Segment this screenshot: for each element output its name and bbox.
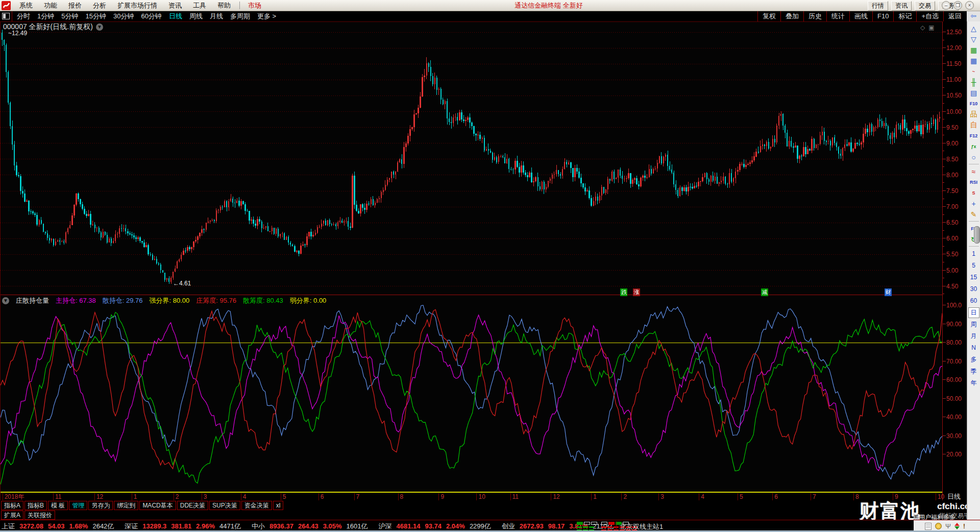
quick-period-多[interactable]: 多 — [968, 354, 979, 366]
quick-period-季[interactable]: 季 — [968, 366, 979, 377]
chart-region[interactable]: 000007 全新好(日线.前复权) ▼ ◇▣ ~12.49←4.61 跌涨减财… — [0, 21, 943, 500]
toolbar-button-历史[interactable]: 历史 — [803, 11, 826, 21]
chevron-down-icon[interactable]: ▼ — [96, 23, 103, 31]
period-item-30分钟[interactable]: 30分钟 — [110, 11, 137, 21]
period-item-15分钟[interactable]: 15分钟 — [82, 11, 109, 21]
index-quote-深证[interactable]: 深证13289.3381.812.96%4471亿 — [125, 522, 241, 531]
tab-SUP决策[interactable]: SUP决策 — [209, 501, 240, 510]
alert-icon[interactable]: ! — [963, 523, 965, 530]
header-button-交易[interactable]: 交易 — [915, 1, 935, 11]
menu-item-资讯[interactable]: 资讯 — [163, 0, 187, 11]
formula-icon[interactable]: ƒx — [968, 141, 979, 152]
menu-item-工具[interactable]: 工具 — [187, 0, 212, 11]
circle-tool-icon[interactable]: ○ — [968, 152, 979, 162]
toolbar-button-叠加[interactable]: 叠加 — [780, 11, 803, 21]
tab-模 板[interactable]: 模 板 — [48, 501, 68, 510]
pane-tool-icon[interactable]: ▣ — [928, 24, 938, 31]
tab-指标B[interactable]: 指标B — [24, 501, 47, 510]
tab-绑定到[interactable]: 绑定到 — [114, 501, 138, 510]
index-quote-中小[interactable]: 中小8936.37264.433.05%1601亿 — [252, 522, 368, 531]
header-button-资讯[interactable]: 资讯 — [891, 1, 912, 11]
back-arrow-button[interactable]: ⇦ — [967, 11, 980, 21]
message-doc-icon[interactable] — [925, 523, 932, 530]
wave-icon[interactable]: ≈ — [968, 166, 979, 177]
menu-item-market[interactable]: 市场 — [243, 0, 266, 11]
tab-指标A[interactable]: 指标A — [1, 501, 23, 510]
period-item-1分钟[interactable]: 1分钟 — [34, 11, 58, 21]
tab-xl[interactable]: xl — [273, 501, 284, 510]
quote-grid-icon[interactable]: ▦ — [968, 55, 979, 66]
structure-icon[interactable]: 品 — [968, 109, 979, 119]
indicator-collapse-icon[interactable]: ▼ — [2, 297, 9, 304]
period-item-分时[interactable]: 分时 — [13, 11, 34, 21]
scroll-down-icon[interactable]: ▽ — [968, 34, 979, 44]
event-marker-减[interactable]: 减 — [761, 288, 768, 296]
menu-item-报价[interactable]: 报价 — [63, 0, 87, 11]
app-logo-icon[interactable] — [2, 1, 11, 10]
satellite-icon[interactable]: Ψ — [945, 523, 951, 529]
updown-arrows-icon[interactable] — [954, 523, 960, 529]
close-button[interactable]: × — [965, 1, 974, 10]
self-select-icon[interactable]: 自 — [968, 119, 979, 130]
header-button-行情[interactable]: 行情 — [868, 1, 888, 11]
quick-period-周[interactable]: 周 — [968, 319, 979, 330]
kline-chart-icon[interactable]: ╫ — [968, 77, 979, 87]
minimize-button[interactable]: – — [942, 1, 950, 10]
quick-period-5[interactable]: 5 — [968, 260, 979, 272]
menu-item-扩展市场行情[interactable]: 扩展市场行情 — [112, 0, 163, 11]
toolbar-button-画线[interactable]: 画线 — [849, 11, 872, 21]
scroll-up-icon[interactable]: △ — [968, 23, 979, 34]
menu-item-功能[interactable]: 功能 — [38, 0, 63, 11]
quick-period-N[interactable]: N — [968, 342, 979, 354]
f12-icon[interactable]: F12 — [968, 130, 979, 141]
toolbar-button-复权[interactable]: 复权 — [757, 11, 780, 21]
pane-corner-icons[interactable]: ◇▣ — [920, 24, 938, 31]
toolbar-button-统计[interactable]: 统计 — [826, 11, 849, 21]
toolbar-button-+自选[interactable]: +自选 — [916, 11, 943, 21]
period-item-月线[interactable]: 月线 — [206, 11, 227, 21]
pane-tool-icon[interactable]: ◇ — [920, 24, 928, 31]
tab-关联报价[interactable]: 关联报价 — [24, 511, 55, 520]
toolbar-button-标记[interactable]: 标记 — [893, 11, 916, 21]
period-item-更多 >[interactable]: 更多 > — [254, 11, 280, 21]
period-item-多周期[interactable]: 多周期 — [227, 11, 254, 21]
period-item-日线[interactable]: 日线 — [165, 11, 186, 21]
toolbar-button-返回[interactable]: 返回 — [943, 11, 966, 21]
tab-扩展A[interactable]: 扩展A — [1, 511, 23, 520]
quick-period-60[interactable]: 60 — [968, 295, 979, 307]
draw-pencil-icon[interactable]: ✎ — [968, 209, 979, 220]
event-marker-跌[interactable]: 跌 — [620, 288, 627, 296]
quick-period-1[interactable]: 1 — [968, 248, 979, 260]
quick-period-30[interactable]: 30 — [968, 283, 979, 295]
tab-DDE决策[interactable]: DDE决策 — [177, 501, 208, 510]
event-marker-财[interactable]: 财 — [885, 288, 892, 296]
quick-period-年[interactable]: 年 — [968, 377, 979, 389]
kline-and-indicator-chart[interactable] — [1, 22, 942, 492]
tab-资金决策[interactable]: 资金决策 — [241, 501, 272, 510]
period-item-60分钟[interactable]: 60分钟 — [137, 11, 165, 21]
move-cross-icon[interactable]: + — [968, 198, 979, 209]
money-icon[interactable]: S — [968, 187, 979, 198]
holdings-report-icon[interactable]: ▦ — [968, 44, 979, 55]
rsi-icon[interactable]: RSI — [968, 177, 979, 187]
info-doc-icon[interactable]: ▤ — [968, 87, 979, 98]
restore-button[interactable]: ❐ — [953, 1, 962, 10]
tab-MACD基本[interactable]: MACD基本 — [139, 501, 176, 510]
event-marker-涨[interactable]: 涨 — [633, 288, 640, 296]
layout-split-icon[interactable] — [2, 13, 10, 19]
quick-period-15[interactable]: 15 — [968, 272, 979, 283]
coin-icon[interactable] — [935, 523, 942, 529]
tab-管理[interactable]: 管理 — [69, 501, 87, 510]
period-item-5分钟[interactable]: 5分钟 — [58, 11, 82, 21]
index-quote-上证[interactable]: 上证3272.0854.031.68%2642亿 — [2, 522, 114, 531]
tab-另存为[interactable]: 另存为 — [88, 501, 113, 510]
toolbar-scrollbar-thumb[interactable] — [974, 226, 980, 244]
menu-item-系统[interactable]: 系统 — [14, 0, 38, 11]
f10-icon[interactable]: F10 — [968, 98, 979, 109]
index-quote-沪深[interactable]: 沪深4681.1493.742.04%2299亿 — [378, 522, 491, 531]
trend-chart-icon[interactable]: ~ — [968, 66, 979, 77]
toolbar-button-F10[interactable]: F10 — [872, 11, 893, 21]
quick-period-月[interactable]: 月 — [968, 330, 979, 342]
menu-item-帮助[interactable]: 帮助 — [212, 0, 236, 11]
quick-period-日[interactable]: 日 — [968, 307, 979, 318]
